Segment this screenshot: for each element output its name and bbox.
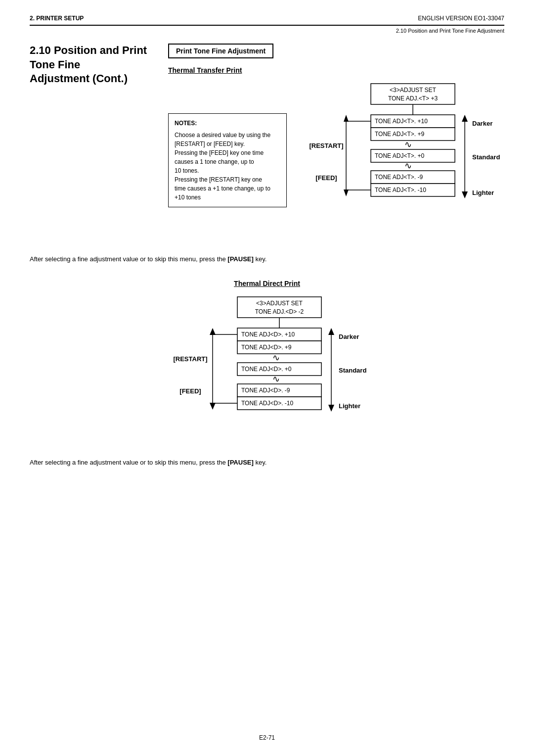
- page: 2. PRINTER SETUP ENGLISH VERSION EO1-330…: [0, 0, 534, 756]
- svg-text:TONE ADJ<D>. -10: TONE ADJ<D>. -10: [241, 400, 293, 407]
- svg-text:TONE ADJ<D>. +10: TONE ADJ<D>. +10: [241, 331, 295, 338]
- svg-text:∿: ∿: [272, 353, 280, 363]
- svg-marker-25: [462, 191, 468, 198]
- right-section: Print Tone Fine Adjustment Thermal Trans…: [168, 44, 509, 239]
- notes-box: NOTES: Choose a desired value by using t…: [168, 113, 287, 207]
- svg-text:TONE ADJ<D>. +9: TONE ADJ<D>. +9: [241, 344, 292, 351]
- notes-line2: [RESTART] or [FEED] key.: [175, 140, 280, 148]
- svg-text:TONE ADJ<T>. +9: TONE ADJ<T>. +9: [375, 131, 424, 138]
- top-section: 2.10 Position and Print Tone Fine Adjust…: [30, 44, 504, 239]
- svg-text:TONE ADJ<D>. -9: TONE ADJ<D>. -9: [241, 387, 290, 394]
- notes-line3: Pressing the [FEED] key one time: [175, 148, 280, 157]
- svg-text:TONE ADJ<D>. +0: TONE ADJ<D>. +0: [241, 366, 292, 373]
- print-tone-box: Print Tone Fine Adjustment: [168, 44, 273, 58]
- direct-section: Thermal Direct Print <3>ADJUST SET TONE …: [30, 280, 504, 453]
- notes-title: NOTES:: [175, 119, 280, 128]
- svg-marker-53: [328, 328, 334, 335]
- svg-marker-49: [210, 403, 216, 410]
- header-section: 2. PRINTER SETUP: [30, 15, 84, 22]
- svg-text:TONE ADJ.<T> +3: TONE ADJ.<T> +3: [388, 95, 438, 102]
- notes-line7: time causes a +1 tone change, up to: [175, 184, 280, 193]
- svg-text:TONE ADJ<T>. +10: TONE ADJ<T>. +10: [375, 118, 428, 125]
- svg-text:∿: ∿: [404, 161, 412, 171]
- notes-line1: Choose a desired value by using the: [175, 131, 280, 140]
- direct-diagram-wrapper: <3>ADJUST SET TONE ADJ.<D> -2 TONE ADJ<D…: [30, 294, 504, 453]
- pause-paragraph-2: After selecting a fine adjustment value …: [30, 458, 504, 468]
- subheader: 2.10 Position and Print Tone Fine Adjust…: [30, 28, 504, 34]
- section-heading: 2.10 Position and Print Tone Fine Adjust…: [30, 44, 168, 86]
- svg-marker-54: [328, 405, 334, 412]
- notes-line5: 10 tones.: [175, 166, 280, 175]
- svg-marker-20: [344, 189, 349, 196]
- svg-text:TONE ADJ.<D> -2: TONE ADJ.<D> -2: [255, 308, 304, 315]
- svg-text:Darker: Darker: [339, 333, 359, 340]
- notes-line8: +10 tones: [175, 193, 280, 202]
- section-title: 2.10 Position and Print Tone Fine Adjust…: [30, 44, 168, 86]
- svg-text:Standard: Standard: [472, 153, 500, 161]
- transfer-diagram-area: NOTES: Choose a desired value by using t…: [168, 81, 509, 239]
- notes-line4: causes a 1 tone change, up to: [175, 157, 280, 166]
- svg-marker-24: [462, 115, 468, 122]
- header-version: ENGLISH VERSION EO1-33047: [418, 15, 504, 22]
- svg-text:[FEED]: [FEED]: [179, 387, 201, 395]
- footer: E2-71: [0, 734, 534, 741]
- svg-text:TONE ADJ<T>. -9: TONE ADJ<T>. -9: [375, 174, 423, 181]
- notes-line6: Pressing the [RESTART] key one: [175, 175, 280, 184]
- svg-marker-19: [344, 115, 349, 122]
- svg-text:Lighter: Lighter: [339, 402, 360, 410]
- page-header: 2. PRINTER SETUP ENGLISH VERSION EO1-330…: [30, 15, 504, 26]
- thermal-direct-label: Thermal Direct Print: [30, 280, 504, 287]
- svg-text:TONE ADJ<T>. +0: TONE ADJ<T>. +0: [375, 152, 424, 159]
- svg-text:[RESTART]: [RESTART]: [309, 142, 343, 149]
- svg-text:Lighter: Lighter: [472, 189, 494, 196]
- subheader-text: 2.10 Position and Print Tone Fine Adjust…: [396, 28, 504, 34]
- svg-text:∿: ∿: [404, 140, 412, 149]
- pause-paragraph-1: After selecting a fine adjustment value …: [30, 254, 504, 265]
- svg-text:TONE ADJ<T>. -10: TONE ADJ<T>. -10: [375, 187, 426, 193]
- page-number: E2-71: [259, 734, 275, 741]
- svg-text:<3>ADJUST SET: <3>ADJUST SET: [390, 87, 436, 94]
- svg-text:[RESTART]: [RESTART]: [173, 355, 207, 363]
- svg-text:Standard: Standard: [339, 367, 366, 374]
- thermal-transfer-label: Thermal Transfer Print: [168, 66, 509, 74]
- svg-text:<3>ADJUST SET: <3>ADJUST SET: [256, 300, 303, 307]
- svg-text:∿: ∿: [272, 374, 280, 384]
- svg-marker-48: [210, 328, 216, 335]
- svg-text:[FEED]: [FEED]: [315, 174, 337, 182]
- transfer-diagram-svg: <3>ADJUST SET TONE ADJ.<T> +3 TONE ADJ<T…: [302, 81, 509, 239]
- direct-diagram-svg: <3>ADJUST SET TONE ADJ.<D> -2 TONE ADJ<D…: [143, 294, 391, 453]
- svg-text:Darker: Darker: [472, 120, 492, 127]
- header-right: ENGLISH VERSION EO1-33047: [418, 15, 504, 22]
